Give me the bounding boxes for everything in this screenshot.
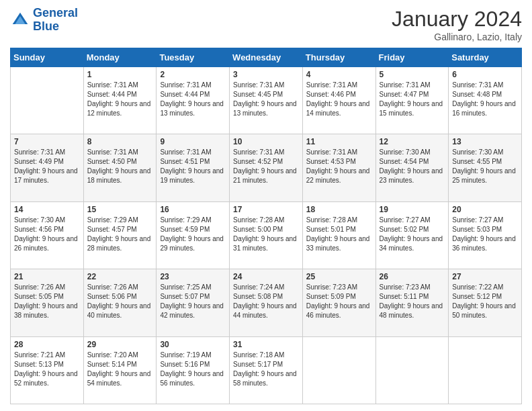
cell-sunset: Sunset: 4:53 PM — [306, 158, 356, 165]
cell-sunrise: Sunrise: 7:31 AM — [87, 81, 138, 89]
cell-sunset: Sunset: 4:55 PM — [452, 158, 502, 165]
day-number: 1 — [87, 70, 153, 79]
day-number: 2 — [160, 70, 226, 79]
cell-sunrise: Sunrise: 7:30 AM — [452, 148, 503, 156]
col-thursday: Thursday — [302, 48, 375, 67]
cell-sunset: Sunset: 4:49 PM — [14, 158, 64, 165]
cell-sunset: Sunset: 5:14 PM — [87, 361, 137, 368]
cell-daylight: Daylight: 9 hours and 16 minutes. — [452, 100, 516, 117]
table-row: 9 Sunrise: 7:31 AM Sunset: 4:51 PM Dayli… — [157, 134, 230, 201]
cell-sunset: Sunset: 4:46 PM — [306, 91, 356, 98]
day-number: 3 — [233, 70, 299, 79]
cell-sunrise: Sunrise: 7:18 AM — [233, 351, 284, 359]
calendar-header-row: Sunday Monday Tuesday Wednesday Thursday… — [11, 48, 522, 67]
day-number: 5 — [380, 70, 445, 79]
cell-daylight: Daylight: 9 hours and 46 minutes. — [306, 302, 370, 319]
cell-sunset: Sunset: 5:03 PM — [452, 226, 502, 233]
day-number: 26 — [380, 272, 445, 281]
day-number: 31 — [233, 340, 299, 349]
day-number: 4 — [306, 70, 372, 79]
col-wednesday: Wednesday — [230, 48, 303, 67]
cell-daylight: Daylight: 9 hours and 50 minutes. — [452, 302, 516, 319]
cell-sunset: Sunset: 5:16 PM — [160, 361, 210, 368]
cell-sunrise: Sunrise: 7:20 AM — [87, 351, 138, 359]
cell-sunset: Sunset: 4:51 PM — [160, 158, 210, 165]
cell-sunset: Sunset: 5:12 PM — [452, 293, 502, 300]
location-subtitle: Gallinaro, Lazio, Italy — [392, 32, 522, 42]
cell-sunset: Sunset: 5:08 PM — [233, 293, 283, 300]
cell-daylight: Daylight: 9 hours and 19 minutes. — [160, 167, 224, 184]
cell-daylight: Daylight: 9 hours and 22 minutes. — [306, 167, 370, 184]
cell-daylight: Daylight: 9 hours and 34 minutes. — [380, 235, 443, 252]
day-number: 11 — [306, 137, 372, 146]
cell-sunset: Sunset: 5:07 PM — [160, 293, 210, 300]
day-number: 14 — [14, 205, 80, 214]
cell-sunrise: Sunrise: 7:31 AM — [306, 148, 357, 156]
cell-daylight: Daylight: 9 hours and 12 minutes. — [87, 100, 151, 117]
day-number: 7 — [14, 137, 80, 146]
day-number: 6 — [452, 70, 518, 79]
cell-daylight: Daylight: 9 hours and 56 minutes. — [160, 370, 224, 387]
calendar-table: Sunday Monday Tuesday Wednesday Thursday… — [10, 48, 522, 404]
cell-sunrise: Sunrise: 7:31 AM — [380, 81, 431, 89]
table-row: 28 Sunrise: 7:21 AM Sunset: 5:13 PM Dayl… — [11, 336, 84, 404]
cell-daylight: Daylight: 9 hours and 33 minutes. — [306, 235, 370, 252]
cell-daylight: Daylight: 9 hours and 18 minutes. — [87, 167, 151, 184]
table-row: 11 Sunrise: 7:31 AM Sunset: 4:53 PM Dayl… — [302, 134, 375, 201]
cell-daylight: Daylight: 9 hours and 38 minutes. — [14, 302, 78, 319]
week-row-3: 14 Sunrise: 7:30 AM Sunset: 4:56 PM Dayl… — [11, 201, 522, 269]
cell-daylight: Daylight: 9 hours and 14 minutes. — [306, 100, 370, 117]
cell-sunrise: Sunrise: 7:28 AM — [306, 216, 357, 224]
week-row-1: 1 Sunrise: 7:31 AM Sunset: 4:44 PM Dayli… — [11, 67, 522, 134]
cell-sunrise: Sunrise: 7:26 AM — [14, 283, 65, 291]
cell-sunset: Sunset: 5:17 PM — [233, 361, 283, 368]
logo-icon — [10, 10, 30, 30]
day-number: 24 — [233, 272, 299, 281]
day-number: 18 — [306, 205, 372, 214]
cell-sunset: Sunset: 4:47 PM — [380, 91, 429, 98]
page: General Blue January 2024 Gallinaro, Laz… — [0, 0, 532, 411]
table-row: 27 Sunrise: 7:22 AM Sunset: 5:12 PM Dayl… — [449, 269, 522, 336]
table-row: 19 Sunrise: 7:27 AM Sunset: 5:02 PM Dayl… — [375, 201, 449, 269]
table-row: 7 Sunrise: 7:31 AM Sunset: 4:49 PM Dayli… — [11, 134, 84, 201]
table-row: 18 Sunrise: 7:28 AM Sunset: 5:01 PM Dayl… — [302, 201, 375, 269]
title-block: January 2024 Gallinaro, Lazio, Italy — [392, 7, 522, 42]
day-number: 25 — [306, 272, 372, 281]
table-row — [11, 67, 84, 134]
cell-sunrise: Sunrise: 7:23 AM — [380, 283, 431, 291]
cell-sunset: Sunset: 4:59 PM — [160, 226, 210, 233]
logo: General Blue — [10, 7, 78, 34]
table-row: 13 Sunrise: 7:30 AM Sunset: 4:55 PM Dayl… — [449, 134, 522, 201]
day-number: 30 — [160, 340, 226, 349]
cell-daylight: Daylight: 9 hours and 13 minutes. — [160, 100, 224, 117]
table-row: 4 Sunrise: 7:31 AM Sunset: 4:46 PM Dayli… — [302, 67, 375, 134]
day-number: 29 — [87, 340, 153, 349]
table-row: 5 Sunrise: 7:31 AM Sunset: 4:47 PM Dayli… — [375, 67, 449, 134]
col-sunday: Sunday — [11, 48, 84, 67]
table-row: 22 Sunrise: 7:26 AM Sunset: 5:06 PM Dayl… — [83, 269, 157, 336]
day-number: 8 — [87, 137, 153, 146]
day-number: 13 — [452, 137, 518, 146]
table-row — [449, 336, 522, 404]
logo-text: General Blue — [33, 7, 78, 34]
cell-sunrise: Sunrise: 7:27 AM — [380, 216, 431, 224]
cell-sunset: Sunset: 4:44 PM — [160, 91, 210, 98]
day-number: 9 — [160, 137, 226, 146]
cell-sunrise: Sunrise: 7:31 AM — [160, 81, 211, 89]
table-row: 21 Sunrise: 7:26 AM Sunset: 5:05 PM Dayl… — [11, 269, 84, 336]
cell-sunrise: Sunrise: 7:31 AM — [233, 148, 284, 156]
cell-sunset: Sunset: 5:02 PM — [380, 226, 429, 233]
cell-daylight: Daylight: 9 hours and 26 minutes. — [14, 235, 78, 252]
table-row: 29 Sunrise: 7:20 AM Sunset: 5:14 PM Dayl… — [83, 336, 157, 404]
cell-daylight: Daylight: 9 hours and 21 minutes. — [233, 167, 297, 184]
day-number: 23 — [160, 272, 226, 281]
cell-sunrise: Sunrise: 7:23 AM — [306, 283, 357, 291]
header: General Blue January 2024 Gallinaro, Laz… — [10, 7, 522, 42]
cell-sunset: Sunset: 4:52 PM — [233, 158, 283, 165]
cell-daylight: Daylight: 9 hours and 28 minutes. — [87, 235, 151, 252]
cell-sunrise: Sunrise: 7:19 AM — [160, 351, 211, 359]
day-number: 27 — [452, 272, 518, 281]
col-friday: Friday — [375, 48, 449, 67]
week-row-4: 21 Sunrise: 7:26 AM Sunset: 5:05 PM Dayl… — [11, 269, 522, 336]
cell-sunset: Sunset: 4:48 PM — [452, 91, 502, 98]
